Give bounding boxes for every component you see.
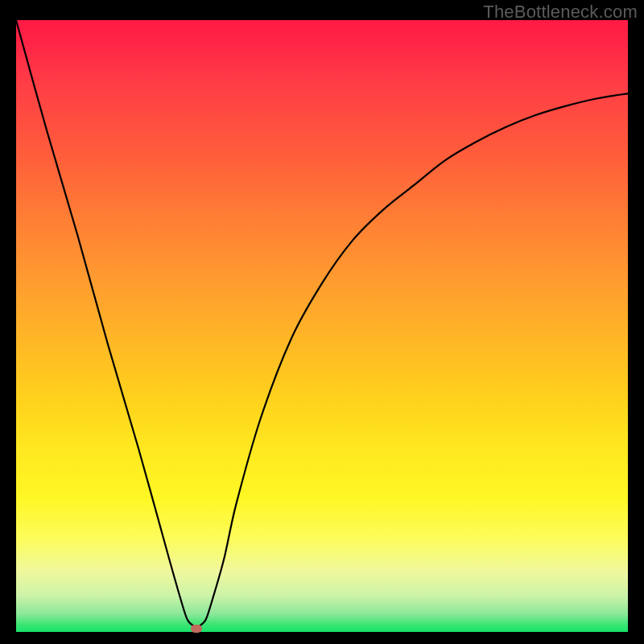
- bottleneck-curve: [16, 20, 628, 626]
- chart-frame: TheBottleneck.com: [0, 0, 644, 644]
- optimum-marker-icon: [191, 625, 202, 633]
- curve-svg: [16, 20, 628, 632]
- plot-area: [16, 20, 628, 632]
